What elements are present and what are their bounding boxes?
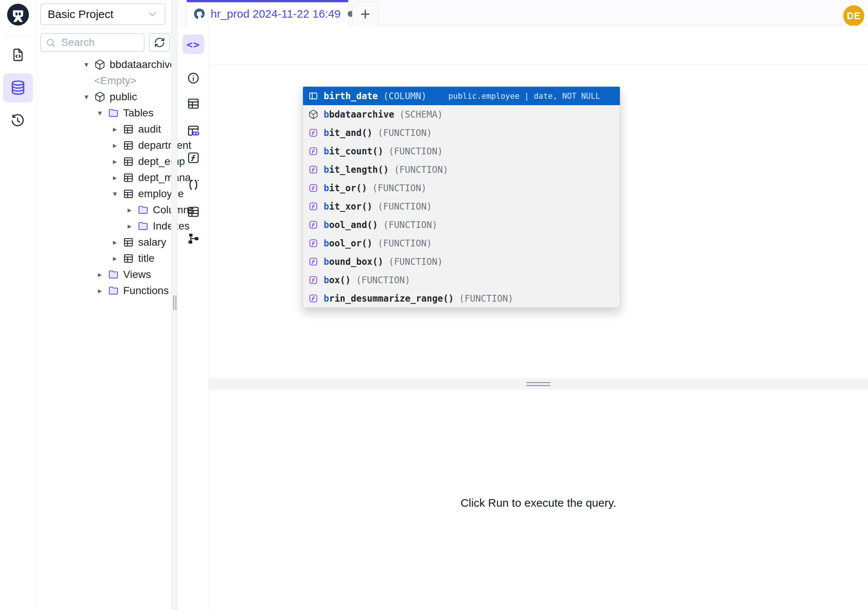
file-code-icon [11, 47, 26, 62]
tree-item-views[interactable]: ▸Views [36, 266, 171, 282]
autocomplete-item-bbdataarchive[interactable]: bbdataarchive(SCHEMA) [303, 105, 620, 124]
rail-item-history[interactable] [9, 113, 26, 129]
tree-item-audit[interactable]: ▸audit [36, 121, 171, 137]
autocomplete-item-bool-and[interactable]: bool_and()(FUNCTION) [303, 216, 620, 234]
autocomplete-item-bit-xor[interactable]: bit_xor()(FUNCTION) [303, 197, 620, 216]
autocomplete-item-birth-date[interactable]: birth_date(COLUMN)public.employee | date… [303, 87, 620, 105]
user-avatar[interactable]: DE [843, 5, 864, 26]
tree-item-empty[interactable]: <Empty> [36, 73, 171, 88]
cube-icon [94, 91, 105, 102]
function-badge-icon [308, 165, 318, 175]
refresh-icon [154, 37, 165, 48]
resize-grip [173, 295, 174, 310]
bytebase-logo-icon[interactable] [6, 3, 29, 26]
strip-function-button[interactable] [187, 151, 200, 165]
tree-item-dept-emp[interactable]: ▸dept_emp [36, 153, 171, 169]
autocomplete-name: birth_date [324, 91, 378, 101]
collapse-arrow-icon[interactable]: ▸ [95, 270, 105, 279]
folder-icon [137, 220, 149, 232]
collapse-arrow-icon[interactable]: ▸ [110, 254, 120, 263]
code-editor-toggle[interactable]: <> [183, 34, 204, 54]
autocomplete-item-bit-length[interactable]: bit_length()(FUNCTION) [303, 160, 620, 179]
divider-grip [526, 382, 550, 383]
collapse-arrow-icon[interactable]: ▸ [110, 238, 120, 247]
expand-arrow-icon[interactable]: ▾ [81, 92, 91, 101]
collapse-arrow-icon[interactable]: ▸ [110, 125, 120, 134]
app-rail [0, 0, 36, 610]
autocomplete-item-brin-desummarize-range[interactable]: brin_desummarize_range()(FUNCTION) [303, 289, 620, 307]
table-icon [123, 253, 134, 264]
tree-item-label: Tables [123, 107, 153, 119]
autocomplete-item-bound-box[interactable]: bound_box()(FUNCTION) [303, 252, 620, 271]
tree-item-salary[interactable]: ▸salary [36, 234, 171, 250]
autocomplete-kind: (FUNCTION) [356, 275, 410, 286]
collapse-arrow-icon[interactable]: ▸ [110, 141, 120, 150]
search-input[interactable] [40, 33, 144, 52]
chevron-down-icon [147, 9, 158, 20]
autocomplete-item-bool-or[interactable]: bool_or()(FUNCTION) [303, 234, 620, 252]
project-select[interactable]: Basic Project [40, 3, 166, 25]
strip-table-button[interactable] [187, 97, 200, 110]
strip-info-button[interactable] [187, 71, 200, 85]
collapse-arrow-icon[interactable]: ▸ [125, 205, 135, 214]
rail-item-worksheet[interactable] [10, 47, 26, 63]
collapse-arrow-icon[interactable]: ▸ [110, 157, 120, 166]
autocomplete-kind: (FUNCTION) [394, 165, 448, 175]
info-icon [187, 71, 200, 85]
tree-item-department[interactable]: ▸department [36, 137, 171, 153]
history-icon [10, 113, 25, 129]
strip-schema-diagram-button[interactable] [187, 232, 200, 245]
function-badge-icon [308, 293, 318, 304]
folder-icon [108, 107, 119, 119]
autocomplete-item-box[interactable]: box()(FUNCTION) [303, 271, 620, 289]
autocomplete-kind: (FUNCTION) [389, 146, 443, 157]
function-badge-icon [308, 146, 318, 156]
rail-item-database[interactable] [3, 73, 33, 102]
expand-arrow-icon[interactable]: ▾ [81, 60, 91, 69]
autocomplete-dropdown: birth_date(COLUMN)public.employee | date… [302, 86, 620, 308]
strip-table-search-button[interactable] [187, 124, 200, 138]
function-badge-icon [308, 256, 318, 267]
tree-item-label: <Empty> [94, 75, 136, 87]
tree-item-label: Functions [123, 285, 169, 297]
autocomplete-item-bit-and[interactable]: bit_and()(FUNCTION) [303, 124, 620, 142]
tree-item-label: salary [138, 236, 166, 248]
tree-item-title[interactable]: ▸title [36, 250, 171, 266]
panel-resize-divider[interactable] [209, 379, 868, 389]
tree-item-bbdataarchive[interactable]: ▾bbdataarchive [36, 56, 171, 73]
function-icon [187, 151, 200, 165]
tree-item-functions[interactable]: ▸Functions [36, 282, 171, 299]
tab-worksheet[interactable]: hr_prod 2024-11-22 16:49 [187, 0, 349, 26]
table-search-icon [187, 124, 200, 138]
table-icon [187, 97, 200, 110]
autocomplete-name: brin_desummarize_range() [324, 293, 454, 304]
tree-item-dept-mana[interactable]: ▸dept_mana... [36, 169, 171, 186]
tree-item-label: dept_emp [138, 155, 185, 168]
tree-item-indexes[interactable]: ▸Indexes [36, 218, 171, 234]
results-panel: Click Run to execute the query. [209, 389, 868, 610]
collapse-arrow-icon[interactable]: ▸ [110, 173, 120, 182]
expand-arrow-icon[interactable]: ▾ [95, 109, 105, 118]
tree-item-label: Views [123, 269, 151, 281]
new-tab-button[interactable]: + [352, 2, 378, 26]
expand-arrow-icon[interactable]: ▾ [110, 189, 120, 198]
autocomplete-item-bit-count[interactable]: bit_count()(FUNCTION) [303, 142, 620, 160]
autocomplete-name: bit_and() [324, 128, 372, 138]
tree-item-employee[interactable]: ▾employee [36, 186, 171, 202]
function-badge-icon [308, 128, 318, 138]
collapse-arrow-icon[interactable]: ▸ [95, 286, 105, 295]
tree-item-public[interactable]: ▾public [36, 88, 171, 105]
autocomplete-item-bit-or[interactable]: bit_or()(FUNCTION) [303, 179, 620, 197]
folder-icon [108, 285, 119, 296]
sidebar-resize-handle[interactable] [171, 0, 178, 610]
refresh-button[interactable] [149, 33, 170, 52]
autocomplete-kind: (FUNCTION) [459, 293, 514, 304]
collapse-arrow-icon[interactable]: ▸ [125, 222, 135, 231]
function-badge-icon [308, 220, 318, 230]
schema-tree: ▾bbdataarchive<Empty>▾public▾Tables▸audi… [36, 56, 171, 299]
function-badge-icon [308, 275, 318, 285]
tree-item-label: dept_mana... [138, 172, 199, 184]
autocomplete-detail: public.employee | date, NOT NULL [448, 92, 600, 101]
tree-item-columns[interactable]: ▸Columns [36, 202, 171, 218]
tree-item-tables[interactable]: ▾Tables [36, 105, 171, 121]
